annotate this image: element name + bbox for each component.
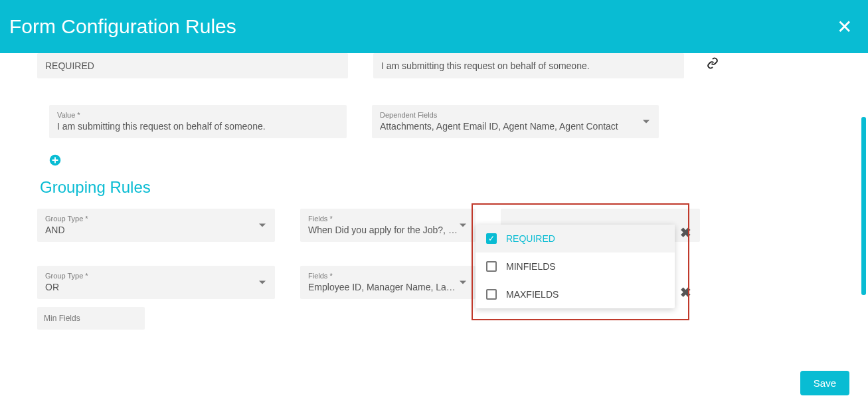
link-icon[interactable] bbox=[707, 57, 719, 78]
chevron-down-icon bbox=[643, 120, 650, 124]
dialog-content: REQUIRED I am submitting this request on… bbox=[0, 53, 868, 330]
min-fields-input[interactable]: Min Fields bbox=[37, 307, 145, 330]
value-field-label: Value * bbox=[57, 111, 339, 120]
field-select[interactable]: I am submitting this request on behalf o… bbox=[373, 53, 684, 78]
group-type-label-2: Group Type * bbox=[45, 272, 267, 280]
save-button[interactable]: Save bbox=[800, 371, 849, 395]
group-type-value-1: AND bbox=[45, 224, 267, 236]
chevron-down-icon bbox=[460, 281, 466, 284]
field-select-value: I am submitting this request on behalf o… bbox=[381, 60, 676, 72]
value-field-value: I am submitting this request on behalf o… bbox=[57, 120, 339, 132]
dependent-fields-label: Dependent Fields bbox=[380, 111, 651, 120]
dropdown-option-required[interactable]: ✓ REQUIRED bbox=[476, 225, 675, 253]
rule-type-select[interactable]: REQUIRED bbox=[37, 53, 348, 78]
checkbox-unchecked-icon bbox=[486, 261, 497, 272]
group-row-1: Group Type * AND Fields * When Did you a… bbox=[37, 209, 831, 242]
group-type-select-1[interactable]: Group Type * AND bbox=[37, 209, 275, 242]
fields-label-1: Fields * bbox=[308, 215, 468, 223]
fields-value-1: When Did you apply for the Job?, … bbox=[308, 224, 468, 236]
dialog-title: Form Configuration Rules bbox=[9, 15, 236, 38]
fields-select-2[interactable]: Fields * Employee ID, Manager Name, La… bbox=[300, 266, 476, 299]
group-type-label-1: Group Type * bbox=[45, 215, 267, 223]
rule-type-value: REQUIRED bbox=[45, 60, 340, 72]
dropdown-option-minfields[interactable]: MINFIELDS bbox=[476, 253, 675, 280]
chevron-down-icon bbox=[460, 224, 466, 227]
grouping-rules-title: Grouping Rules bbox=[40, 178, 831, 197]
rule-row-1: REQUIRED I am submitting this request on… bbox=[37, 53, 831, 78]
group-type-value-2: OR bbox=[45, 281, 267, 293]
rule-type-dropdown: ✓ REQUIRED MINFIELDS MAXFIELDS bbox=[476, 225, 675, 308]
fields-label-2: Fields * bbox=[308, 272, 468, 280]
group-row-2: Group Type * OR Fields * Employee ID, Ma… bbox=[37, 266, 831, 299]
fields-select-1[interactable]: Fields * When Did you apply for the Job?… bbox=[300, 209, 476, 242]
value-field[interactable]: Value * I am submitting this request on … bbox=[49, 105, 347, 138]
dependent-fields-select[interactable]: Dependent Fields Attachments, Agent Emai… bbox=[372, 105, 659, 138]
min-fields-label: Min Fields bbox=[44, 314, 138, 323]
group-type-select-2[interactable]: Group Type * OR bbox=[37, 266, 275, 299]
add-rule-button[interactable] bbox=[49, 154, 61, 166]
delete-group-2-button[interactable]: ✖ bbox=[680, 284, 691, 300]
dependent-fields-value: Attachments, Agent Email ID, Agent Name,… bbox=[380, 120, 651, 132]
fields-value-2: Employee ID, Manager Name, La… bbox=[308, 281, 468, 293]
scrollbar-thumb[interactable] bbox=[861, 117, 866, 295]
dropdown-option-label: MAXFIELDS bbox=[506, 289, 559, 300]
close-icon[interactable]: ✕ bbox=[837, 16, 852, 38]
checkbox-unchecked-icon bbox=[486, 289, 497, 300]
dialog-header: Form Configuration Rules ✕ bbox=[0, 0, 868, 53]
delete-group-1-button[interactable]: ✖ bbox=[680, 225, 691, 241]
checkbox-checked-icon: ✓ bbox=[486, 233, 497, 244]
chevron-down-icon bbox=[259, 224, 266, 227]
dropdown-option-maxfields[interactable]: MAXFIELDS bbox=[476, 280, 675, 308]
rule-detail-row: Value * I am submitting this request on … bbox=[49, 105, 831, 138]
dropdown-option-label: MINFIELDS bbox=[506, 261, 556, 272]
chevron-down-icon bbox=[259, 281, 266, 284]
dropdown-option-label: REQUIRED bbox=[506, 233, 555, 244]
